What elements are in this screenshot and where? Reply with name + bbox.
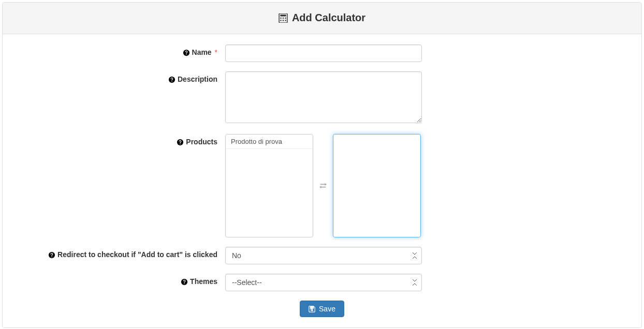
question-circle-icon[interactable] (181, 278, 188, 286)
required-marker: * (215, 48, 217, 56)
question-circle-icon[interactable] (48, 251, 55, 259)
name-label-text: Name (192, 48, 212, 56)
svg-rect-6 (283, 20, 284, 21)
svg-point-13 (180, 143, 181, 144)
list-item[interactable]: Prodotto di prova (226, 134, 313, 149)
name-row: Name * (18, 44, 626, 62)
svg-rect-1 (280, 14, 286, 16)
svg-point-15 (51, 256, 52, 257)
svg-point-9 (186, 54, 187, 55)
themes-label-text: Themes (190, 277, 217, 286)
description-label: Description (18, 71, 225, 83)
redirect-row: Redirect to checkout if "Add to cart" is… (18, 247, 626, 264)
products-label-text: Products (186, 138, 217, 146)
products-multiselect: Prodotto di prova (225, 134, 422, 237)
name-input[interactable] (225, 44, 422, 62)
save-button-label: Save (319, 305, 335, 313)
description-textarea[interactable] (225, 71, 422, 123)
svg-rect-2 (280, 17, 281, 18)
products-available-list[interactable]: Prodotto di prova (225, 134, 313, 237)
page-title: Add Calculator (279, 12, 365, 24)
question-circle-icon[interactable] (177, 139, 184, 146)
name-label: Name * (18, 44, 225, 56)
button-row: Save (18, 301, 626, 317)
redirect-label-text: Redirect to checkout if "Add to cart" is… (57, 250, 217, 259)
panel-header: Add Calculator (3, 3, 641, 34)
svg-rect-5 (280, 20, 281, 21)
add-calculator-panel: Add Calculator Name * (2, 2, 642, 328)
themes-select[interactable]: --Select-- (225, 274, 422, 291)
page-title-text: Add Calculator (292, 12, 365, 24)
products-selected-list[interactable] (333, 134, 421, 237)
svg-point-19 (311, 309, 313, 311)
calculator-icon (279, 13, 288, 23)
question-circle-icon[interactable] (168, 76, 175, 83)
svg-rect-4 (285, 17, 286, 18)
description-label-text: Description (178, 75, 217, 83)
question-circle-icon[interactable] (183, 49, 190, 56)
themes-label: Themes (18, 274, 225, 286)
floppy-disk-icon (309, 305, 316, 312)
svg-point-17 (184, 283, 185, 284)
exchange-icon[interactable] (318, 182, 328, 189)
products-row: Products Prodotto di prova (18, 134, 626, 237)
svg-rect-7 (285, 20, 286, 21)
save-button[interactable]: Save (300, 301, 344, 317)
svg-rect-18 (311, 306, 314, 308)
svg-point-11 (171, 81, 172, 82)
themes-row: Themes --Select-- (18, 274, 626, 291)
panel-body: Name * Description (3, 34, 641, 327)
redirect-label: Redirect to checkout if "Add to cart" is… (18, 247, 225, 259)
products-label: Products (18, 134, 225, 146)
redirect-select[interactable]: No (225, 247, 422, 264)
description-row: Description (18, 71, 626, 125)
svg-rect-3 (283, 17, 284, 18)
